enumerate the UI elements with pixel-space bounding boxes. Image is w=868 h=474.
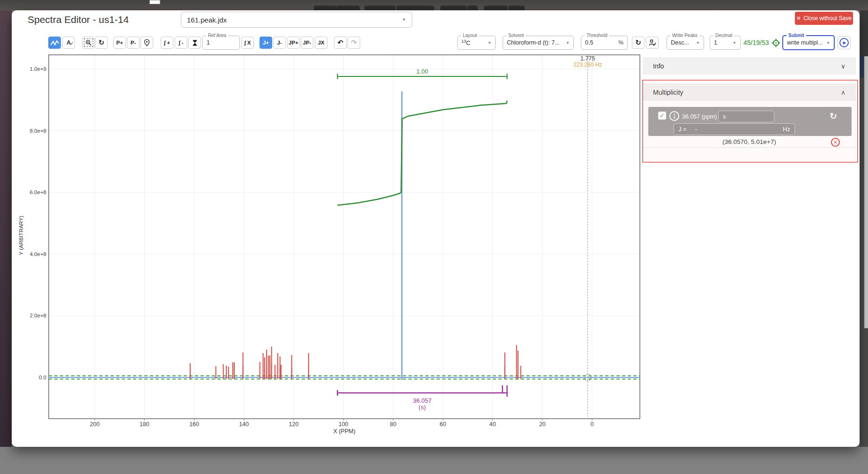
j-coupling-input[interactable]: J = - Hz [674, 123, 795, 135]
svg-text:140: 140 [239, 421, 249, 428]
svg-text:0.0: 0.0 [39, 375, 46, 380]
plot-frame [49, 55, 640, 419]
integral-value-label: 1.00 [416, 68, 428, 75]
x-axis-ticks: 200180160140120100806040200 [90, 419, 594, 428]
svg-text:6.0e+8: 6.0e+8 [30, 189, 47, 195]
peak-markers[interactable] [190, 345, 521, 379]
y-axis-title: Y (ARBITRARY) [18, 216, 24, 255]
multiplet-shift-text: 36.057 [413, 397, 432, 404]
svg-text:80: 80 [390, 421, 396, 428]
j-unit: Hz [783, 126, 790, 133]
multiplet-kind-text: (s) [419, 404, 426, 411]
svg-text:20: 20 [539, 421, 546, 428]
svg-text:0: 0 [591, 421, 594, 428]
info-accordion-header[interactable]: Info ∨ [643, 57, 856, 75]
svg-text:8.0e+8: 8.0e+8 [30, 128, 47, 134]
panel-divider [643, 147, 856, 148]
chevron-up-icon: ∧ [841, 89, 846, 96]
delete-peak-icon[interactable]: ✕ [831, 138, 840, 147]
svg-text:160: 160 [189, 421, 199, 428]
j-value: - [695, 126, 697, 133]
multiplet-index-badge: 1 [669, 111, 679, 121]
chevron-down-icon: ∨ [841, 62, 846, 70]
svg-text:180: 180 [140, 421, 149, 428]
svg-text:1.0e+9: 1.0e+9 [30, 66, 47, 72]
x-axis-title: X (PPM) [333, 428, 355, 435]
info-title: Info [653, 62, 664, 70]
multiplet-refresh-icon[interactable]: ↻ [830, 111, 837, 121]
cursor-ppm-label: 1.775 [580, 55, 595, 62]
svg-text:40: 40 [490, 421, 496, 428]
spectrum-peaks [243, 91, 505, 380]
y-axis-ticks: 0.02.0e+84.0e+86.0e+88.0e+81.0e+9 [30, 66, 47, 380]
j-label: J = [678, 126, 687, 133]
svg-text:200: 200 [90, 421, 100, 428]
svg-text:60: 60 [440, 421, 446, 428]
integral-curve [337, 101, 507, 205]
spectra-editor-app: Spectra Editor - us1-14 161.peak.jdx ▼ ✕… [0, 0, 868, 474]
multiplicity-accordion-header[interactable]: Multiplicity ∧ [643, 83, 856, 101]
multiplicity-title: Multiplicity [653, 89, 683, 96]
multiplet-bracket[interactable] [337, 385, 507, 397]
svg-text:120: 120 [289, 421, 299, 428]
multiplet-peak-value: (36.0570, 5.01e+7) [643, 138, 856, 145]
multiplet-shift-label: 36.057 (ppm) [682, 113, 717, 120]
cursor-hz-label: 223.260 Hz [573, 61, 602, 68]
multiplet-checkbox[interactable]: ✓ [658, 112, 666, 120]
multiplicity-input[interactable]: s [718, 111, 774, 122]
svg-text:2.0e+8: 2.0e+8 [30, 313, 47, 318]
grid-lines [49, 55, 640, 419]
svg-text:100: 100 [339, 421, 349, 428]
svg-text:4.0e+8: 4.0e+8 [30, 251, 47, 257]
